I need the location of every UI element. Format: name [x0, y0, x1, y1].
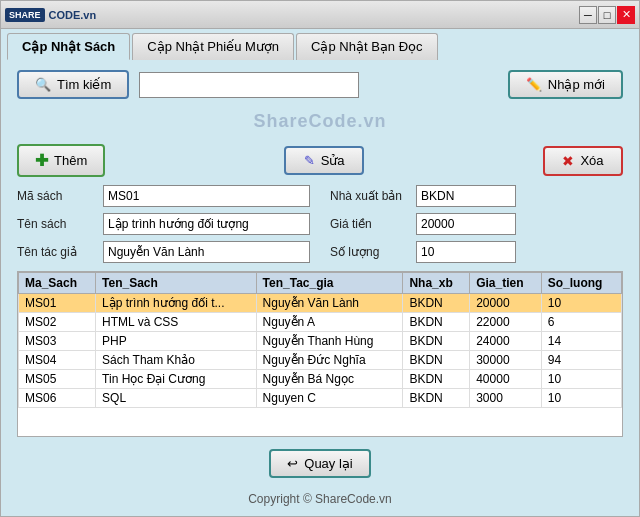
table-cell: Nguyen C — [256, 389, 403, 408]
table-cell: Lập trình hướng đối t... — [96, 294, 257, 313]
table-cell: 20000 — [470, 294, 542, 313]
ten-tac-gia-input[interactable] — [103, 241, 310, 263]
data-table: Ma_Sach Ten_Sach Ten_Tac_gia Nha_xb Gia_… — [18, 272, 622, 408]
delete-button[interactable]: ✖ Xóa — [543, 146, 623, 176]
table-header-row: Ma_Sach Ten_Sach Ten_Tac_gia Nha_xb Gia_… — [19, 273, 622, 294]
table-cell: 24000 — [470, 332, 542, 351]
tab-cap-nhat-sach[interactable]: Cập Nhật Sách — [7, 33, 130, 60]
back-icon: ↩ — [287, 456, 298, 471]
table-row[interactable]: MS06SQLNguyen CBKDN300010 — [19, 389, 622, 408]
edit-button[interactable]: ✎ Sửa — [284, 146, 364, 175]
new-icon: ✏️ — [526, 77, 542, 92]
table-cell: 10 — [541, 370, 621, 389]
gia-tien-input[interactable] — [416, 213, 516, 235]
form-left: Mã sách Tên sách Tên tác giả — [17, 185, 310, 263]
nha-xuat-ban-input[interactable] — [416, 185, 516, 207]
table-cell: MS04 — [19, 351, 96, 370]
form-section: Mã sách Tên sách Tên tác giả Nhà xuất bả… — [17, 185, 623, 263]
table-cell: Nguyễn Đức Nghĩa — [256, 351, 403, 370]
col-ma-sach: Ma_Sach — [19, 273, 96, 294]
table-cell: BKDN — [403, 351, 470, 370]
main-window: SHARE CODE.vn ─ □ ✕ Cập Nhật Sách Cập Nh… — [0, 0, 640, 517]
search-button[interactable]: 🔍 Tìm kiếm — [17, 70, 129, 99]
col-ten-tac-gia: Ten_Tac_gia — [256, 273, 403, 294]
table-cell: 94 — [541, 351, 621, 370]
tab-cap-nhat-ban-doc[interactable]: Cập Nhật Bạn Đọc — [296, 33, 437, 60]
table-cell: PHP — [96, 332, 257, 351]
ten-tac-gia-label: Tên tác giả — [17, 245, 97, 259]
table-cell: 14 — [541, 332, 621, 351]
so-luong-input[interactable] — [416, 241, 516, 263]
new-button[interactable]: ✏️ Nhập mới — [508, 70, 623, 99]
content-area: 🔍 Tìm kiếm ✏️ Nhập mới ShareCode.vn ✚ Th… — [1, 60, 639, 516]
table-cell: MS02 — [19, 313, 96, 332]
ma-sach-label: Mã sách — [17, 189, 97, 203]
col-gia-tien: Gia_tien — [470, 273, 542, 294]
table-cell: HTML và CSS — [96, 313, 257, 332]
ten-tac-gia-row: Tên tác giả — [17, 241, 310, 263]
footer-row: ↩ Quay lại — [17, 449, 623, 478]
so-luong-label: Số lượng — [330, 245, 410, 259]
table-cell: SQL — [96, 389, 257, 408]
logo-box: SHARE — [5, 8, 45, 22]
nha-xuat-ban-row: Nhà xuất bản — [330, 185, 623, 207]
table-row[interactable]: MS01Lập trình hướng đối t...Nguyễn Văn L… — [19, 294, 622, 313]
delete-icon: ✖ — [562, 153, 574, 169]
nha-xuat-ban-label: Nhà xuất bản — [330, 189, 410, 203]
data-table-wrapper: Ma_Sach Ten_Sach Ten_Tac_gia Nha_xb Gia_… — [17, 271, 623, 437]
table-cell: Nguyễn Thanh Hùng — [256, 332, 403, 351]
table-cell: Sách Tham Khảo — [96, 351, 257, 370]
close-button[interactable]: ✕ — [617, 6, 635, 24]
titlebar: SHARE CODE.vn ─ □ ✕ — [1, 1, 639, 29]
table-cell: BKDN — [403, 313, 470, 332]
table-row[interactable]: MS03PHPNguyễn Thanh HùngBKDN2400014 — [19, 332, 622, 351]
table-cell: MS05 — [19, 370, 96, 389]
logo-text: CODE.vn — [49, 9, 97, 21]
form-right: Nhà xuất bản Giá tiền Số lượng — [330, 185, 623, 263]
col-ten-sach: Ten_Sach — [96, 273, 257, 294]
table-cell: BKDN — [403, 389, 470, 408]
copyright: Copyright © ShareCode.vn — [17, 492, 623, 506]
table-cell: 10 — [541, 389, 621, 408]
table-cell: MS03 — [19, 332, 96, 351]
table-row[interactable]: MS05Tin Học Đại CươngNguyễn Bá NgọcBKDN4… — [19, 370, 622, 389]
table-cell: Nguyễn Bá Ngọc — [256, 370, 403, 389]
table-cell: 6 — [541, 313, 621, 332]
action-row: ✚ Thêm ✎ Sửa ✖ Xóa — [17, 144, 623, 177]
table-cell: 40000 — [470, 370, 542, 389]
ten-sach-input[interactable] — [103, 213, 310, 235]
search-input[interactable] — [139, 72, 359, 98]
col-so-luong: So_luong — [541, 273, 621, 294]
ten-sach-label: Tên sách — [17, 217, 97, 231]
edit-icon: ✎ — [304, 153, 315, 168]
ma-sach-row: Mã sách — [17, 185, 310, 207]
table-cell: Nguyễn A — [256, 313, 403, 332]
watermark: ShareCode.vn — [17, 111, 623, 132]
back-button[interactable]: ↩ Quay lại — [269, 449, 370, 478]
table-cell: BKDN — [403, 370, 470, 389]
plus-icon: ✚ — [35, 151, 48, 170]
logo: SHARE CODE.vn — [5, 8, 96, 22]
search-row: 🔍 Tìm kiếm ✏️ Nhập mới — [17, 70, 623, 99]
table-cell: Nguyễn Văn Lành — [256, 294, 403, 313]
table-row[interactable]: MS02HTML và CSSNguyễn ABKDN220006 — [19, 313, 622, 332]
table-cell: MS01 — [19, 294, 96, 313]
gia-tien-row: Giá tiền — [330, 213, 623, 235]
minimize-button[interactable]: ─ — [579, 6, 597, 24]
gia-tien-label: Giá tiền — [330, 217, 410, 231]
col-nha-xb: Nha_xb — [403, 273, 470, 294]
tab-cap-nhat-phieu-muon[interactable]: Cập Nhật Phiếu Mượn — [132, 33, 294, 60]
table-cell: BKDN — [403, 332, 470, 351]
maximize-button[interactable]: □ — [598, 6, 616, 24]
search-icon: 🔍 — [35, 77, 51, 92]
ma-sach-input[interactable] — [103, 185, 310, 207]
tab-bar: Cập Nhật Sách Cập Nhật Phiếu Mượn Cập Nh… — [1, 29, 639, 60]
table-cell: 22000 — [470, 313, 542, 332]
table-cell: MS06 — [19, 389, 96, 408]
table-cell: 30000 — [470, 351, 542, 370]
table-row[interactable]: MS04Sách Tham KhảoNguyễn Đức NghĩaBKDN30… — [19, 351, 622, 370]
ten-sach-row: Tên sách — [17, 213, 310, 235]
so-luong-row: Số lượng — [330, 241, 623, 263]
table-cell: BKDN — [403, 294, 470, 313]
add-button[interactable]: ✚ Thêm — [17, 144, 105, 177]
